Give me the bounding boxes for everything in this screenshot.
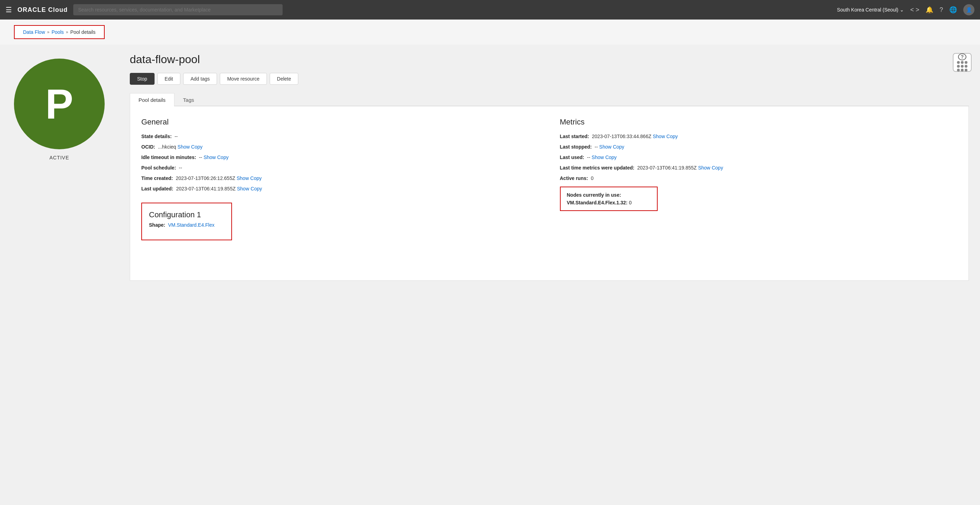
shape-value: VM.Standard.E4.Flex — [168, 222, 215, 228]
active-runs-value: 0 — [591, 175, 593, 181]
last-stopped-show-link[interactable]: Show — [599, 144, 612, 149]
time-created-copy-link[interactable]: Copy — [250, 175, 262, 181]
breadcrumb-pools[interactable]: Pools — [52, 29, 64, 35]
active-runs-row: Active runs: 0 — [560, 175, 958, 181]
globe-icon[interactable]: 🌐 — [949, 6, 957, 14]
page-title: data-flow-pool — [130, 53, 969, 66]
nodes-in-use-box: Nodes currently in use: VM.Standard.E4.F… — [560, 187, 658, 211]
last-used-value: -- — [587, 154, 590, 160]
help-button[interactable]: ? — [953, 53, 972, 72]
question-icon[interactable]: ? — [940, 6, 943, 14]
last-stopped-row: Last stopped: -- Show Copy — [560, 144, 958, 149]
last-started-label: Last started: — [560, 133, 589, 139]
last-updated-row: Last updated: 2023-07-13T06:41:19.855Z S… — [141, 186, 539, 192]
last-started-value: 2023-07-13T06:33:44.866Z — [592, 133, 651, 139]
tab-tags[interactable]: Tags — [175, 93, 203, 106]
state-details-label: State details: — [141, 133, 172, 139]
code-icon[interactable]: < > — [910, 6, 919, 14]
state-details-row: State details: -- — [141, 133, 539, 139]
pool-status: ACTIVE — [49, 155, 69, 160]
content-columns: General State details: -- OCID: ...hkcie… — [141, 118, 957, 240]
left-panel: P ACTIVE — [0, 44, 119, 505]
header-right: South Korea Central (Seoul) ⌄ < > 🔔 ? 🌐 … — [837, 4, 974, 15]
time-created-show-link[interactable]: Show — [237, 175, 249, 181]
action-buttons: Stop Edit Add tags Move resource Delete — [130, 73, 969, 85]
help-dots-icon — [957, 61, 967, 71]
active-runs-label: Active runs: — [560, 175, 588, 181]
content-panel: General State details: -- OCID: ...hkcie… — [130, 106, 969, 281]
region-label: South Korea Central (Seoul) — [837, 7, 898, 13]
user-avatar[interactable]: 👤 — [963, 4, 974, 15]
help-ring-icon: ? — [958, 53, 966, 60]
general-title: General — [141, 118, 539, 127]
configuration-title: Configuration 1 — [149, 210, 224, 219]
configuration-section: Configuration 1 Shape: VM.Standard.E4.Fl… — [141, 203, 232, 240]
bell-icon[interactable]: 🔔 — [926, 6, 933, 14]
shape-label: Shape: — [149, 222, 165, 228]
breadcrumb-data-flow[interactable]: Data Flow — [23, 29, 45, 35]
last-metrics-value: 2023-07-13T06:41:19.855Z — [637, 165, 696, 170]
header: ☰ ORACLE Cloud South Korea Central (Seou… — [0, 0, 980, 19]
nodes-shape-row: VM.Standard.E4.Flex.1.32: 0 — [567, 200, 651, 205]
ocid-show-link[interactable]: Show — [178, 144, 190, 149]
hamburger-menu[interactable]: ☰ — [6, 6, 12, 14]
ocid-value: ...hkcieq — [158, 144, 176, 149]
breadcrumb: Data Flow » Pools » Pool details — [14, 25, 105, 39]
pool-schedule-label: Pool schedule: — [141, 165, 176, 170]
search-input[interactable] — [73, 4, 283, 15]
state-details-value: -- — [175, 133, 178, 139]
pool-schedule-value: -- — [179, 165, 182, 170]
right-panel: ? data-flow-pool Stop Edit Add tags Move… — [119, 44, 980, 505]
last-stopped-copy-link[interactable]: Copy — [613, 144, 625, 149]
last-started-show-link[interactable]: Show — [653, 133, 665, 139]
configuration-shape-row: Shape: VM.Standard.E4.Flex — [149, 222, 224, 228]
last-started-copy-link[interactable]: Copy — [667, 133, 678, 139]
pool-avatar: P — [14, 59, 105, 149]
delete-button[interactable]: Delete — [270, 73, 298, 85]
idle-timeout-value: -- — [199, 154, 202, 160]
nodes-count: 0 — [629, 200, 632, 205]
stop-button[interactable]: Stop — [130, 73, 154, 85]
breadcrumb-sep-1: » — [47, 30, 49, 35]
breadcrumb-current: Pool details — [70, 29, 95, 35]
edit-button[interactable]: Edit — [158, 73, 180, 85]
ocid-copy-link[interactable]: Copy — [191, 144, 203, 149]
region-selector[interactable]: South Korea Central (Seoul) ⌄ — [837, 7, 904, 13]
time-created-row: Time created: 2023-07-13T06:26:12.655Z S… — [141, 175, 539, 181]
last-stopped-value: -- — [595, 144, 598, 149]
move-resource-button[interactable]: Move resource — [220, 73, 267, 85]
last-metrics-show-link[interactable]: Show — [698, 165, 710, 170]
idle-timeout-show-link[interactable]: Show — [204, 154, 216, 160]
last-metrics-row: Last time metrics were updated: 2023-07-… — [560, 165, 958, 170]
add-tags-button[interactable]: Add tags — [183, 73, 217, 85]
breadcrumb-sep-2: » — [66, 30, 68, 35]
last-used-copy-link[interactable]: Copy — [605, 154, 617, 160]
tab-pool-details[interactable]: Pool details — [130, 93, 175, 106]
last-metrics-copy-link[interactable]: Copy — [712, 165, 723, 170]
time-created-value: 2023-07-13T06:26:12.655Z — [176, 175, 235, 181]
last-metrics-label: Last time metrics were updated: — [560, 165, 635, 170]
tabs: Pool details Tags — [130, 93, 969, 106]
last-started-row: Last started: 2023-07-13T06:33:44.866Z S… — [560, 133, 958, 139]
nodes-title: Nodes currently in use: — [567, 192, 651, 198]
idle-timeout-copy-link[interactable]: Copy — [217, 154, 229, 160]
main-container: P ACTIVE ? data-flow-pool Stop Edit Add … — [0, 44, 980, 505]
nodes-shape-label: VM.Standard.E4.Flex.1.32: — [567, 200, 628, 205]
time-created-label: Time created: — [141, 175, 173, 181]
ocid-label: OCID: — [141, 144, 155, 149]
ocid-row: OCID: ...hkcieq Show Copy — [141, 144, 539, 149]
last-used-row: Last used: -- Show Copy — [560, 154, 958, 160]
general-column: General State details: -- OCID: ...hkcie… — [141, 118, 539, 240]
pool-schedule-row: Pool schedule: -- — [141, 165, 539, 170]
metrics-title: Metrics — [560, 118, 958, 127]
chevron-down-icon: ⌄ — [900, 7, 904, 13]
last-updated-label: Last updated: — [141, 186, 173, 192]
idle-timeout-label: Idle timeout in minutes: — [141, 154, 196, 160]
last-updated-show-link[interactable]: Show — [237, 186, 249, 192]
oracle-logo: ORACLE Cloud — [18, 6, 68, 14]
metrics-column: Metrics Last started: 2023-07-13T06:33:4… — [560, 118, 958, 240]
last-used-show-link[interactable]: Show — [592, 154, 604, 160]
last-updated-value: 2023-07-13T06:41:19.855Z — [176, 186, 235, 192]
last-stopped-label: Last stopped: — [560, 144, 592, 149]
last-updated-copy-link[interactable]: Copy — [250, 186, 262, 192]
